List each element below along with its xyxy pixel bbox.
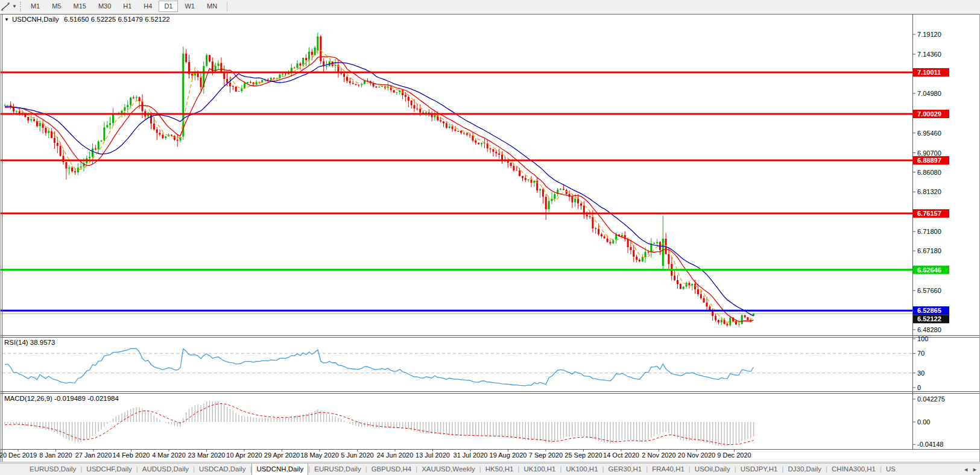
tab-scroll-left-icon[interactable]: ◄ bbox=[963, 467, 969, 473]
svg-text:7.10011: 7.10011 bbox=[917, 69, 941, 76]
svg-text:6.48280: 6.48280 bbox=[917, 326, 941, 333]
svg-text:25 Sep 2020: 25 Sep 2020 bbox=[564, 451, 602, 459]
price-chart: 7.191207.143607.049806.954606.907006.860… bbox=[0, 13, 980, 462]
symbol-tab-usdchf-daily[interactable]: USDCHF,Daily bbox=[82, 464, 136, 475]
candles bbox=[4, 33, 755, 327]
svg-text:30: 30 bbox=[917, 370, 925, 377]
symbol-tab-usdcnh-daily[interactable]: USDCNH,Daily bbox=[251, 464, 308, 475]
svg-text:2 Nov 2020: 2 Nov 2020 bbox=[642, 451, 675, 459]
chart-symbol-label: USDCNH,Daily bbox=[12, 16, 59, 23]
svg-text:8 Jan 2020: 8 Jan 2020 bbox=[39, 451, 72, 459]
tab-scroll-arrows: ◄ ► bbox=[961, 463, 980, 475]
svg-text:27 Jan 2020: 27 Jan 2020 bbox=[75, 451, 112, 459]
svg-text:7.00029: 7.00029 bbox=[917, 110, 941, 118]
symbol-tab-xauusd-weekly[interactable]: XAUUSD,Weekly bbox=[417, 464, 479, 475]
symbol-tab-uk100-h1[interactable]: UK100,H1 bbox=[562, 464, 602, 475]
timeframe-toolbar: ▼ M1M5M15M30H1H4D1W1MN bbox=[0, 0, 980, 13]
toolbar-separator bbox=[227, 2, 227, 11]
svg-text:29 Apr 2020: 29 Apr 2020 bbox=[264, 451, 300, 459]
svg-text:6.62646: 6.62646 bbox=[917, 266, 941, 274]
symbol-tab-us[interactable]: US bbox=[882, 464, 900, 475]
timeframe-button-mn[interactable]: MN bbox=[201, 1, 223, 12]
timeframe-button-m1[interactable]: M1 bbox=[25, 1, 45, 12]
timeframe-button-h4[interactable]: H4 bbox=[138, 1, 157, 12]
symbol-tab-fra40-h1[interactable]: FRA40,H1 bbox=[648, 464, 689, 475]
svg-text:5 Jun 2020: 5 Jun 2020 bbox=[341, 451, 373, 459]
timeframe-buttons: M1M5M15M30H1H4D1W1MN bbox=[25, 1, 223, 12]
rsi-panel bbox=[2, 348, 912, 386]
symbol-tab-gbpusd-h4[interactable]: GBPUSD,H4 bbox=[367, 464, 416, 475]
svg-text:14 Feb 2020: 14 Feb 2020 bbox=[113, 451, 150, 459]
svg-text:-0.04148: -0.04148 bbox=[917, 441, 943, 448]
svg-text:0: 0 bbox=[917, 384, 921, 391]
svg-text:6.95460: 6.95460 bbox=[917, 130, 941, 137]
symbol-tab-dj30-daily[interactable]: DJ30,Daily bbox=[783, 464, 826, 475]
svg-text:6.76157: 6.76157 bbox=[917, 210, 941, 217]
ma-mid bbox=[5, 57, 754, 322]
svg-text:6.52122: 6.52122 bbox=[917, 315, 941, 322]
svg-text:20 Dec 2019: 20 Dec 2019 bbox=[0, 451, 37, 459]
svg-text:10 Apr 2020: 10 Apr 2020 bbox=[226, 451, 262, 459]
svg-text:6.90700: 6.90700 bbox=[917, 149, 941, 157]
price-axis[interactable]: 7.191207.143607.049806.954606.907006.860… bbox=[912, 31, 949, 448]
svg-text:18 May 2020: 18 May 2020 bbox=[300, 451, 339, 459]
svg-text:7.19120: 7.19120 bbox=[917, 31, 941, 38]
symbol-tab-audusd-daily[interactable]: AUDUSD,Daily bbox=[138, 464, 193, 475]
timeframe-button-m5[interactable]: M5 bbox=[46, 1, 66, 12]
macd-panel bbox=[5, 401, 754, 446]
tool-dropdown-caret-icon[interactable]: ▼ bbox=[12, 4, 17, 9]
ma-slow bbox=[5, 63, 754, 316]
symbol-tab-usdjpy-h1[interactable]: USDJPY,H1 bbox=[736, 464, 782, 475]
rsi-indicator-label: RSI(14) 38.9573 bbox=[4, 339, 55, 346]
symbol-tab-hk50-h1[interactable]: HK50,H1 bbox=[481, 464, 518, 475]
chart-ohlc-values: 6.51650 6.52225 6.51479 6.52122 bbox=[64, 16, 170, 23]
svg-text:6.71800: 6.71800 bbox=[917, 228, 941, 235]
timeframe-button-d1[interactable]: D1 bbox=[159, 1, 178, 12]
svg-text:6.67180: 6.67180 bbox=[917, 247, 941, 254]
svg-text:7.14360: 7.14360 bbox=[917, 51, 941, 58]
timeframe-button-m15[interactable]: M15 bbox=[68, 1, 91, 12]
trendline-tool-icon[interactable] bbox=[1, 2, 11, 11]
svg-text:0.042275: 0.042275 bbox=[917, 395, 945, 403]
svg-text:6.88897: 6.88897 bbox=[917, 157, 941, 164]
svg-text:23 Mar 2020: 23 Mar 2020 bbox=[188, 451, 226, 459]
svg-text:6.86080: 6.86080 bbox=[917, 169, 941, 176]
symbol-tab-eurusd-daily[interactable]: EURUSD,Daily bbox=[310, 464, 365, 475]
symbol-tab-eurusd-daily[interactable]: EURUSD,Daily bbox=[25, 464, 80, 475]
svg-text:14 Oct 2020: 14 Oct 2020 bbox=[603, 451, 639, 459]
symbol-tab-ger30-h1[interactable]: GER30,H1 bbox=[604, 464, 646, 475]
chart-collapse-icon[interactable]: ▼ bbox=[4, 17, 9, 22]
svg-text:7 Sep 2020: 7 Sep 2020 bbox=[529, 451, 563, 459]
svg-text:19 Aug 2020: 19 Aug 2020 bbox=[490, 451, 527, 459]
svg-text:9 Dec 2020: 9 Dec 2020 bbox=[717, 451, 751, 459]
toolbar-grip[interactable] bbox=[20, 2, 21, 11]
svg-text:6.57660: 6.57660 bbox=[917, 287, 941, 294]
svg-text:24 Jun 2020: 24 Jun 2020 bbox=[377, 451, 414, 459]
symbol-tab-china300-h1[interactable]: CHINA300,H1 bbox=[827, 464, 880, 475]
chart-window[interactable]: 7.191207.143607.049806.954606.907006.860… bbox=[0, 13, 980, 462]
chart-title: ▼USDCNH,Daily6.51650 6.52225 6.51479 6.5… bbox=[4, 16, 170, 23]
symbol-tab-uk100-h1[interactable]: UK100,H1 bbox=[519, 464, 560, 475]
timeframe-button-h1[interactable]: H1 bbox=[118, 1, 137, 12]
svg-text:20 Nov 2020: 20 Nov 2020 bbox=[678, 451, 715, 459]
svg-text:6.52865: 6.52865 bbox=[917, 307, 941, 314]
svg-text:4 Mar 2020: 4 Mar 2020 bbox=[152, 451, 186, 459]
timeframe-button-m30[interactable]: M30 bbox=[93, 1, 116, 12]
svg-text:13 Jul 2020: 13 Jul 2020 bbox=[416, 451, 450, 459]
symbol-tab-usdcad-daily[interactable]: USDCAD,Daily bbox=[195, 464, 250, 475]
svg-text:7.04980: 7.04980 bbox=[917, 90, 941, 97]
svg-text:31 Jul 2020: 31 Jul 2020 bbox=[454, 451, 488, 459]
macd-indicator-label: MACD(12,26,9) -0.019489 -0.021984 bbox=[4, 395, 119, 402]
date-axis[interactable]: 20 Dec 20198 Jan 202027 Jan 202014 Feb 2… bbox=[0, 449, 751, 459]
svg-text:6.81320: 6.81320 bbox=[917, 188, 941, 195]
symbol-tabs: EURUSD,Daily|USDCHF,Daily|AUDUSD,Daily|U… bbox=[0, 464, 980, 475]
ma-fast bbox=[5, 50, 754, 322]
symbol-tab-usoil-daily[interactable]: USOil,Daily bbox=[691, 464, 735, 475]
timeframe-button-w1[interactable]: W1 bbox=[179, 1, 200, 12]
svg-text:70: 70 bbox=[917, 350, 925, 357]
symbol-tab-bar: EURUSD,Daily|USDCHF,Daily|AUDUSD,Daily|U… bbox=[0, 463, 980, 475]
svg-text:0.00: 0.00 bbox=[917, 418, 930, 426]
tab-scroll-right-icon[interactable]: ► bbox=[972, 467, 978, 473]
svg-text:100: 100 bbox=[917, 335, 928, 342]
